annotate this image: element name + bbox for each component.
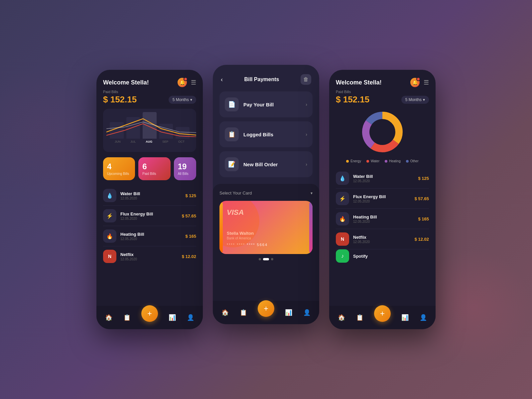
right-paid-amount: $ 152.15	[336, 94, 369, 105]
energy-icon: ⚡	[103, 209, 116, 222]
left-chart: JUN JUL AUG SEP OCT	[103, 109, 196, 152]
legend-dot-heating	[385, 160, 387, 163]
right-water-info: Water Bill 12.05.2020	[353, 174, 414, 183]
card-bank: Bank of America	[227, 236, 305, 240]
right-bill-heating[interactable]: 🔥 Heating Bill 12.05.2020 $ 165	[336, 209, 429, 229]
right-header: Welcome Stella! 🔔 ☰	[336, 78, 429, 87]
bill-water[interactable]: 💧 Water Bill 12.05.2020 $ 125	[103, 186, 196, 206]
nav-chart-right[interactable]: 📊	[401, 314, 409, 321]
label-jun: JUN	[115, 140, 121, 143]
card-number: **** **** **** 5664	[227, 243, 305, 247]
right-spotify-icon: ♪	[336, 249, 349, 263]
right-bill-spotify[interactable]: ♪ Spotify	[336, 249, 429, 263]
card-side-left	[219, 201, 223, 254]
nav-bills-left[interactable]: 📋	[123, 314, 131, 321]
svg-point-4	[372, 121, 393, 143]
card-side-right	[309, 201, 313, 254]
nav-profile-center[interactable]: 👤	[303, 309, 311, 316]
nav-chart-left[interactable]: 📊	[169, 314, 176, 321]
right-months-badge[interactable]: 5 Months ▾	[401, 96, 429, 104]
phone-center: ‹ Bill Payments 🗑 📄 Pay Your Bill › 📋 Lo…	[213, 65, 319, 324]
right-bill-netflix[interactable]: N Netflix 12.05.2020 $ 12.02	[336, 229, 429, 249]
right-energy-info: Flux Energy Bill 12.05.2020	[353, 194, 411, 203]
paid-bills-row: $ 152.15 5 Months ▾	[103, 94, 196, 105]
water-icon: 💧	[103, 189, 116, 202]
legend-water: Water	[366, 159, 379, 163]
menu-logged-bills[interactable]: 📋 Logged Bills ›	[219, 121, 313, 147]
center-bottom-nav: 🏠 📋 + 📊 👤	[213, 301, 319, 324]
stat-all-label: All Bills	[178, 172, 192, 176]
right-title: Welcome Stella!	[336, 79, 382, 86]
nav-profile-left[interactable]: 👤	[187, 314, 194, 321]
bell-icon[interactable]: 🔔	[178, 78, 187, 87]
card-dot-3[interactable]	[271, 258, 273, 260]
left-header-icons: 🔔 ☰	[178, 78, 196, 87]
nav-home-center[interactable]: 🏠	[221, 309, 229, 316]
stat-all[interactable]: 19 All Bills	[174, 157, 196, 180]
menu-new-order[interactable]: 📝 New Bill Order ›	[219, 151, 313, 177]
back-icon[interactable]: ‹	[221, 76, 223, 83]
nav-add-left[interactable]: +	[141, 305, 158, 322]
netflix-info: Netflix 12.05.2020	[120, 252, 178, 261]
center-header: ‹ Bill Payments 🗑	[213, 65, 319, 91]
card-dropdown-arrow[interactable]: ▾	[311, 191, 313, 196]
netflix-icon: N	[103, 250, 116, 263]
right-energy-icon: ⚡	[336, 192, 349, 205]
label-jul: JUL	[130, 140, 136, 143]
legend-dot-energy	[346, 160, 349, 163]
legend-heating: Heating	[385, 159, 400, 163]
right-bill-water[interactable]: 💧 Water Bill 12.05.2020 $ 125	[336, 168, 429, 189]
bill-netflix[interactable]: N Netflix 12.05.2020 $ 12.02	[103, 246, 196, 266]
visa-card[interactable]: VISA Stella Walton Bank of America **** …	[219, 201, 313, 254]
right-netflix-info: Netflix 12.05.2020	[353, 235, 411, 244]
right-header-icons: 🔔 ☰	[410, 78, 429, 87]
nav-bills-right[interactable]: 📋	[356, 314, 363, 321]
nav-home-left[interactable]: 🏠	[105, 314, 112, 321]
label-oct: OCT	[178, 140, 185, 143]
right-heating-icon: 🔥	[336, 212, 349, 225]
logged-bills-arrow: ›	[306, 132, 307, 137]
left-bill-list: 💧 Water Bill 12.05.2020 $ 125 ⚡ Flux Ene…	[103, 186, 196, 306]
right-hamburger-icon[interactable]: ☰	[424, 79, 429, 86]
right-donut	[359, 109, 406, 155]
card-dot-2[interactable]	[263, 258, 269, 260]
menu-pay-bill[interactable]: 📄 Pay Your Bill ›	[219, 91, 313, 117]
card-dot-1[interactable]	[259, 258, 261, 260]
stat-paid-number: 6	[142, 162, 166, 171]
stat-paid[interactable]: 6 Paid Bills	[138, 157, 170, 180]
new-order-arrow: ›	[306, 162, 307, 167]
hamburger-icon[interactable]: ☰	[191, 79, 196, 86]
nav-home-right[interactable]: 🏠	[338, 314, 345, 321]
left-bottom-nav: 🏠 📋 + 📊 👤	[96, 306, 203, 329]
right-netflix-icon: N	[336, 232, 349, 246]
left-months-badge[interactable]: 5 Months ▾	[169, 96, 196, 104]
bill-energy[interactable]: ⚡ Flux Energy Bill 12.05.2020 $ 57.65	[103, 206, 196, 226]
right-bell-icon[interactable]: 🔔	[410, 78, 420, 87]
phone-right: Welcome Stella! 🔔 ☰ Paid Bills $ 152.15 …	[329, 70, 436, 329]
pay-bill-label: Pay Your Bill	[243, 102, 301, 107]
right-bill-list: 💧 Water Bill 12.05.2020 $ 125 ⚡ Flux Ene…	[336, 168, 429, 306]
nav-add-center[interactable]: +	[258, 300, 274, 317]
right-spotify-info: Spotify	[353, 254, 429, 259]
legend-other: Other	[406, 159, 419, 163]
nav-bills-center[interactable]: 📋	[240, 309, 247, 316]
left-paid-amount: $ 152.15	[103, 94, 137, 105]
right-bill-energy[interactable]: ⚡ Flux Energy Bill 12.05.2020 $ 57.65	[336, 189, 429, 209]
card-section-header: Select Your Card ▾	[219, 191, 313, 196]
phone-left: Welcome Stella! 🔔 ☰ Paid Bills $ 152.15 …	[96, 70, 203, 329]
left-stats-row: 4 Upcoming Bills 6 Paid Bills 19 All Bil…	[103, 157, 196, 180]
right-bottom-nav: 🏠 📋 + 📊 👤	[329, 306, 436, 329]
chart-labels: JUN JUL AUG SEP OCT	[106, 139, 193, 143]
nav-profile-right[interactable]: 👤	[420, 314, 427, 321]
label-aug: AUG	[146, 140, 152, 143]
bill-heating[interactable]: 🔥 Heating Bill 12.05.2020 $ 165	[103, 226, 196, 246]
legend-dot-water	[366, 160, 369, 163]
label-sep: SEP	[162, 140, 168, 143]
cart-icon[interactable]: 🗑	[301, 74, 311, 85]
nav-chart-center[interactable]: 📊	[285, 309, 292, 316]
stat-upcoming[interactable]: 4 Upcoming Bills	[103, 157, 135, 180]
center-menu-items: 📄 Pay Your Bill › 📋 Logged Bills › 📝 New…	[213, 91, 319, 177]
energy-info: Flux Energy Bill 12.05.2020	[120, 211, 178, 220]
right-heating-info: Heating Bill 12.05.2020	[353, 214, 414, 223]
nav-add-right[interactable]: +	[374, 305, 391, 322]
